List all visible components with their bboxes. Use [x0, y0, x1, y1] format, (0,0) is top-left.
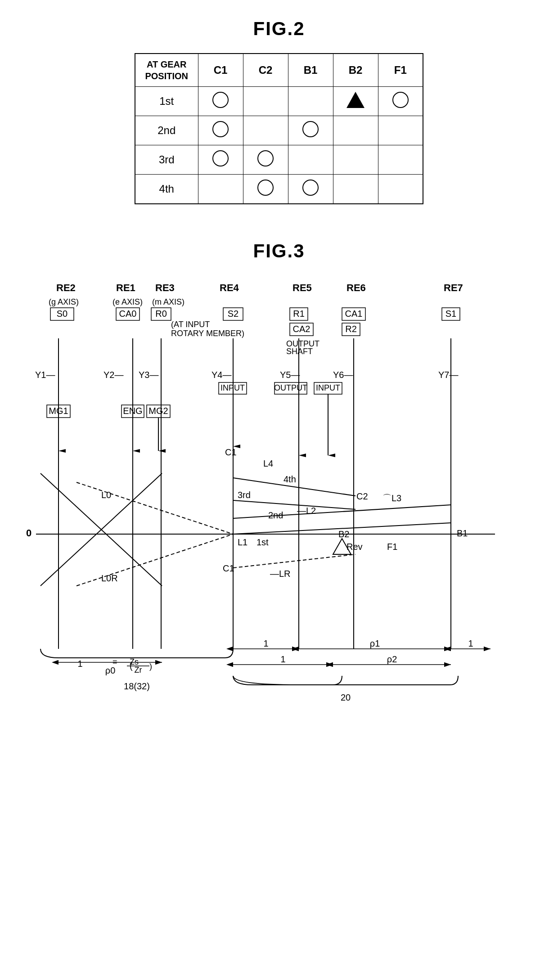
- svg-line-31: [233, 500, 356, 509]
- col-header-position: AT GEARPOSITION: [135, 54, 198, 87]
- cell-4th-b1: [288, 175, 333, 204]
- cell-1st-f1: [378, 87, 423, 116]
- cell-3rd-b1: [288, 145, 333, 175]
- c1-upper-label: C1: [225, 447, 237, 457]
- output-shaft-label2: SHAFT: [286, 347, 313, 356]
- circle-icon: [392, 92, 409, 108]
- svg-line-35: [233, 554, 356, 568]
- group2-label: 20: [341, 692, 351, 702]
- l4-label: L4: [263, 459, 273, 468]
- fig2-table-container: AT GEARPOSITION C1 C2 B1 B2 F1 1st: [0, 53, 558, 204]
- fig2-title: FIG.2: [0, 0, 558, 40]
- at-input-label: (AT INPUT: [171, 320, 210, 329]
- s0-box: S0: [57, 309, 68, 319]
- gear-label-2nd: 2nd: [135, 116, 198, 145]
- r1-box: R1: [293, 309, 305, 319]
- re1-label: RE1: [116, 282, 135, 293]
- one-left-label: 1: [77, 659, 82, 669]
- table-row: 4th: [135, 175, 423, 204]
- re7-label: RE7: [444, 282, 463, 293]
- close-paren: ): [149, 662, 152, 671]
- circle-icon: [257, 150, 274, 166]
- gear4th-label: 4th: [284, 474, 296, 484]
- y1-label: Y1—: [35, 370, 55, 380]
- circle-icon: [257, 180, 274, 196]
- cell-2nd-c1: [198, 116, 243, 145]
- col-header-b2: B2: [333, 54, 378, 87]
- gear-label-3rd: 3rd: [135, 145, 198, 175]
- col-header-f1: F1: [378, 54, 423, 87]
- gear3rd-label: 3rd: [238, 490, 251, 500]
- cell-3rd-c1: [198, 145, 243, 175]
- one-right2-label: 1: [468, 638, 473, 648]
- input2-box: INPUT: [316, 383, 340, 392]
- g-axis-label: (g AXIS): [49, 297, 79, 306]
- table-row: 3rd: [135, 145, 423, 175]
- r2-box: R2: [345, 324, 357, 334]
- l0r-label: L0R: [101, 573, 118, 583]
- fig2-section: FIG.2 AT GEARPOSITION C1 C2 B1 B2 F1 1st: [0, 0, 558, 204]
- s1-box: S1: [446, 309, 456, 319]
- cell-4th-b2: [333, 175, 378, 204]
- cell-4th-c1: [198, 175, 243, 204]
- gear-label-4th: 4th: [135, 175, 198, 204]
- one-right1-label: 1: [263, 638, 268, 648]
- cell-1st-c1: [198, 87, 243, 116]
- cell-1st-c2: [243, 87, 288, 116]
- l3-label: ⌒L3: [382, 493, 401, 503]
- zr-label: Zr: [135, 665, 142, 674]
- y3-label: Y3—: [139, 370, 158, 380]
- c1-lower-label: C1: [223, 563, 234, 573]
- e-axis-label: (e AXIS): [112, 297, 143, 306]
- zero-label: 0: [26, 527, 32, 539]
- col-header-c1: C1: [198, 54, 243, 87]
- cell-2nd-b1: [288, 116, 333, 145]
- col-header-c2: C2: [243, 54, 288, 87]
- y4-label: Y4—: [212, 370, 231, 380]
- circle-icon: [212, 92, 229, 108]
- cell-2nd-b2: [333, 116, 378, 145]
- y5-label: Y5—: [280, 370, 300, 380]
- cell-2nd-c2: [243, 116, 288, 145]
- table-row: 2nd: [135, 116, 423, 145]
- cell-1st-b2: [333, 87, 378, 116]
- cell-4th-c2: [243, 175, 288, 204]
- cell-2nd-f1: [378, 116, 423, 145]
- fig3-section: FIG.3 RE2 R: [0, 240, 558, 707]
- fig3-diagram: RE2 RE1 RE3 RE4 RE5 RE6 RE7 (g AXIS) (e …: [18, 280, 540, 707]
- diagram-svg: RE2 RE1 RE3 RE4 RE5 RE6 RE7 (g AXIS) (e …: [18, 280, 540, 707]
- b2-label: B2: [338, 529, 349, 539]
- fig3-title: FIG.3: [18, 240, 540, 262]
- gear-position-table: AT GEARPOSITION C1 C2 B1 B2 F1 1st: [135, 53, 423, 204]
- y2-label: Y2—: [104, 370, 123, 380]
- re5-label: RE5: [292, 282, 312, 293]
- y7-label: Y7—: [438, 370, 458, 380]
- ca2-box: CA2: [293, 324, 310, 334]
- f1-label: F1: [387, 542, 397, 552]
- svg-line-34: [76, 534, 233, 586]
- rho2-label: ρ2: [387, 654, 397, 664]
- output-box: OUTPUT: [274, 383, 307, 392]
- m-axis-label: (m AXIS): [152, 297, 184, 306]
- r0-box: R0: [155, 309, 167, 319]
- cell-3rd-f1: [378, 145, 423, 175]
- rev-label: Rev: [346, 542, 363, 552]
- l0-label: L0: [101, 490, 111, 500]
- re4-label: RE4: [220, 282, 239, 293]
- mg2-box: MG2: [148, 406, 168, 416]
- re6-label: RE6: [346, 282, 366, 293]
- re3-label: RE3: [155, 282, 175, 293]
- col-header-b1: B1: [288, 54, 333, 87]
- lr-label: —LR: [270, 569, 291, 579]
- rho1-label: ρ1: [370, 638, 380, 648]
- cell-3rd-b2: [333, 145, 378, 175]
- l2-label: —L2: [297, 506, 316, 516]
- cell-4th-f1: [378, 175, 423, 204]
- ca1-box: CA1: [345, 309, 363, 319]
- at-input-label2: ROTARY MEMBER): [171, 329, 244, 338]
- c2-label: C2: [356, 491, 368, 501]
- b1-label: B1: [457, 528, 468, 538]
- s2-box: S2: [228, 309, 238, 319]
- circle-icon: [302, 121, 319, 137]
- group1-label: 18(32): [124, 681, 150, 691]
